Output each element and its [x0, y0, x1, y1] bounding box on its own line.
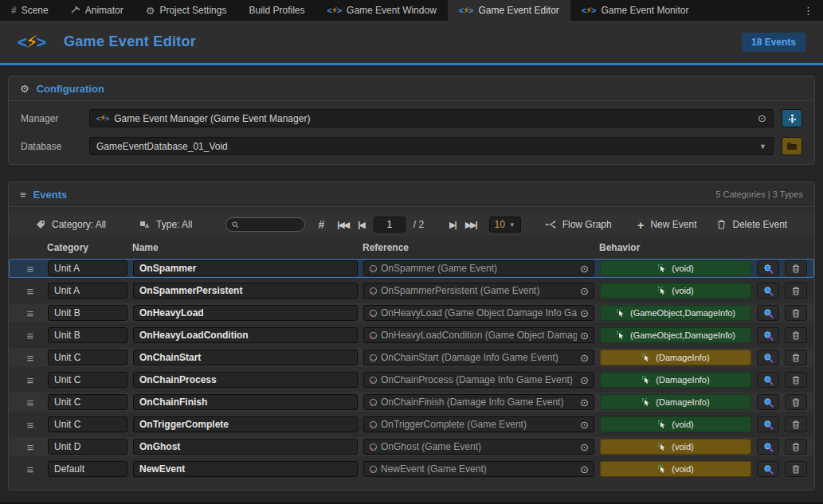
page-size-dropdown[interactable]: 10 ▼ — [489, 217, 521, 232]
view-event-button[interactable] — [757, 394, 779, 410]
next-page-button[interactable]: ▶| — [449, 220, 456, 230]
last-page-button[interactable]: ▶▶| — [465, 220, 476, 230]
table-row[interactable]: ≡ OnTriggerComplete (Game Event) ⊙ (void… — [9, 415, 814, 434]
drag-handle-icon[interactable]: ≡ — [18, 263, 42, 275]
reference-field[interactable]: OnHeavyLoadCondition (Game Object Damage… — [363, 327, 594, 343]
delete-row-button[interactable] — [785, 372, 807, 388]
table-row[interactable]: ≡ OnChainProcess (Damage Info Game Event… — [9, 370, 814, 389]
behavior-button[interactable]: (void) — [600, 283, 751, 299]
grid-view-button[interactable]: # — [318, 218, 324, 231]
drag-handle-icon[interactable]: ≡ — [18, 352, 42, 364]
view-event-button[interactable] — [757, 372, 779, 388]
reference-field[interactable]: OnSpammer (Game Event) ⊙ — [363, 260, 594, 276]
object-picker-icon[interactable]: ⊙ — [580, 397, 589, 408]
view-event-button[interactable] — [757, 350, 779, 365]
delete-event-button[interactable]: Delete Event — [717, 219, 787, 230]
name-input[interactable] — [133, 416, 358, 432]
table-row[interactable]: ≡ OnGhost (Game Event) ⊙ (void) — [9, 437, 814, 456]
name-input[interactable] — [133, 260, 358, 276]
category-input[interactable] — [48, 461, 127, 477]
table-row[interactable]: ≡ OnHeavyLoad (Game Object Damage Info G… — [9, 303, 814, 322]
tab-project-settings[interactable]: ⚙ Project Settings — [135, 0, 238, 21]
object-picker-icon[interactable]: ⊙ — [580, 286, 589, 296]
view-event-button[interactable] — [757, 327, 779, 343]
delete-row-button[interactable] — [785, 461, 807, 477]
behavior-button[interactable]: (void) — [600, 461, 751, 477]
delete-row-button[interactable] — [785, 350, 807, 365]
behavior-button[interactable]: (DamageInfo) — [600, 350, 751, 365]
name-input[interactable] — [133, 394, 358, 410]
tab-game-event-editor[interactable]: <⚡> Game Event Editor — [448, 0, 570, 21]
category-input[interactable] — [48, 260, 127, 276]
new-event-button[interactable]: + New Event — [637, 218, 697, 232]
name-input[interactable] — [133, 372, 358, 388]
name-input[interactable] — [133, 461, 358, 477]
behavior-button[interactable]: (void) — [600, 260, 751, 276]
reference-field[interactable]: OnGhost (Game Event) ⊙ — [363, 439, 594, 455]
object-picker-icon[interactable]: ⊙ — [580, 353, 589, 363]
category-filter[interactable]: Category: All — [36, 219, 106, 230]
category-input[interactable] — [48, 283, 127, 299]
behavior-button[interactable]: (DamageInfo) — [600, 394, 751, 410]
name-input[interactable] — [133, 327, 358, 343]
category-input[interactable] — [48, 350, 127, 365]
category-input[interactable] — [48, 372, 127, 388]
reference-field[interactable]: OnSpammerPersistent (Game Event) ⊙ — [363, 283, 594, 299]
search-input[interactable] — [242, 220, 299, 229]
category-input[interactable] — [48, 305, 127, 321]
view-event-button[interactable] — [757, 260, 779, 276]
table-row[interactable]: ≡ OnSpammer (Game Event) ⊙ (void) — [9, 259, 814, 278]
category-input[interactable] — [48, 439, 127, 455]
table-row[interactable]: ≡ OnHeavyLoadCondition (Game Object Dama… — [9, 326, 814, 345]
reference-field[interactable]: NewEvent (Game Event) ⊙ — [363, 461, 594, 477]
drag-handle-icon[interactable]: ≡ — [18, 307, 42, 319]
browse-database-button[interactable] — [782, 137, 802, 155]
inspect-manager-button[interactable] — [782, 109, 802, 127]
view-event-button[interactable] — [757, 461, 779, 477]
behavior-button[interactable]: (GameObject,DamageInfo) — [600, 327, 751, 343]
drag-handle-icon[interactable]: ≡ — [18, 285, 42, 297]
view-event-button[interactable] — [757, 439, 779, 455]
reference-field[interactable]: OnChainStart (Damage Info Game Event) ⊙ — [363, 350, 594, 365]
delete-row-button[interactable] — [785, 327, 807, 343]
behavior-button[interactable]: (void) — [600, 439, 751, 455]
delete-row-button[interactable] — [785, 260, 807, 276]
page-number-input[interactable] — [374, 217, 406, 232]
behavior-button[interactable]: (GameObject,DamageInfo) — [600, 305, 751, 321]
reference-field[interactable]: OnChainFinish (Damage Info Game Event) ⊙ — [363, 394, 594, 410]
manager-object-field[interactable]: <⚡> Game Event Manager (Game Event Manag… — [89, 109, 774, 127]
reference-field[interactable]: OnHeavyLoad (Game Object Damage Info Gam… — [363, 305, 594, 321]
reference-field[interactable]: OnChainProcess (Damage Info Game Event) … — [363, 372, 594, 388]
type-filter[interactable]: Type: All — [139, 219, 192, 230]
behavior-button[interactable]: (void) — [600, 416, 751, 432]
drag-handle-icon[interactable]: ≡ — [18, 397, 42, 408]
table-row[interactable]: ≡ OnChainStart (Damage Info Game Event) … — [9, 348, 814, 367]
object-picker-icon[interactable]: ⊙ — [580, 442, 589, 452]
search-box[interactable] — [225, 217, 305, 232]
drag-handle-icon[interactable]: ≡ — [18, 374, 42, 386]
behavior-button[interactable]: (DamageInfo) — [600, 372, 751, 388]
window-menu-button[interactable]: ⋮ — [794, 0, 823, 21]
table-row[interactable]: ≡ NewEvent (Game Event) ⊙ (void) — [9, 459, 814, 479]
delete-row-button[interactable] — [785, 283, 807, 299]
object-picker-icon[interactable]: ⊙ — [580, 330, 589, 341]
drag-handle-icon[interactable]: ≡ — [18, 330, 42, 342]
view-event-button[interactable] — [757, 416, 779, 432]
flow-graph-button[interactable]: Flow Graph — [545, 219, 612, 230]
tab-game-event-window[interactable]: <⚡> Game Event Window — [315, 0, 447, 21]
delete-row-button[interactable] — [785, 394, 807, 410]
name-input[interactable] — [133, 350, 358, 365]
name-input[interactable] — [133, 305, 358, 321]
drag-handle-icon[interactable]: ≡ — [18, 441, 42, 453]
delete-row-button[interactable] — [785, 416, 807, 432]
object-picker-icon[interactable]: ⊙ — [580, 308, 589, 318]
category-input[interactable] — [48, 394, 127, 410]
table-row[interactable]: ≡ OnSpammerPersistent (Game Event) ⊙ (vo… — [9, 281, 814, 300]
view-event-button[interactable] — [757, 305, 779, 321]
tab-game-event-monitor[interactable]: <⚡> Game Event Monitor — [570, 0, 700, 21]
object-picker-icon[interactable]: ⊙ — [758, 113, 766, 123]
delete-row-button[interactable] — [785, 439, 807, 455]
reference-field[interactable]: OnTriggerComplete (Game Event) ⊙ — [363, 416, 594, 432]
category-input[interactable] — [48, 416, 127, 432]
tab-scene[interactable]: # Scene — [0, 0, 60, 21]
